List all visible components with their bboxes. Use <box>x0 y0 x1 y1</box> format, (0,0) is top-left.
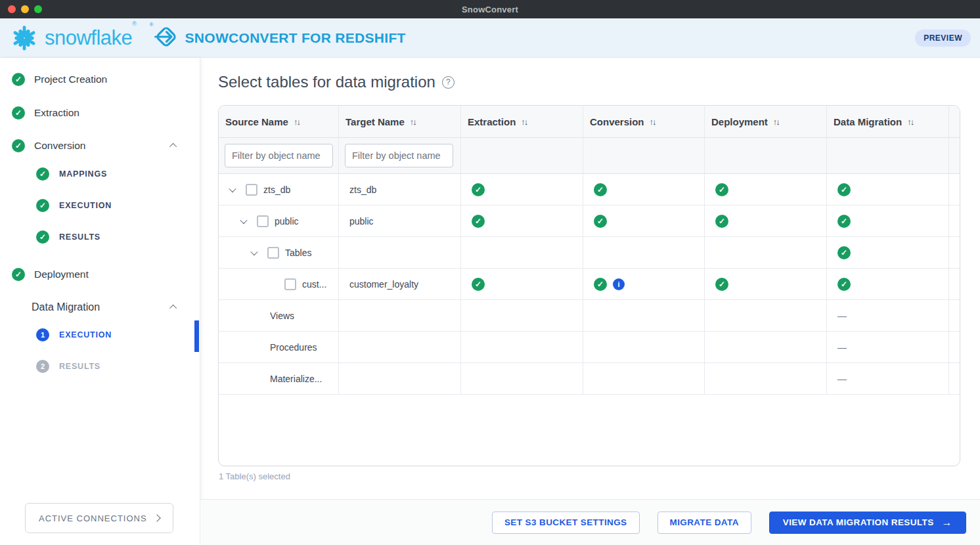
snowflake-brand: snowflake® <box>9 23 137 53</box>
conversion-status: ✓ <box>583 206 705 236</box>
sort-icon[interactable]: ↑↓ <box>294 117 300 127</box>
column-header-source-name[interactable]: Source Name ↑↓ <box>219 106 339 137</box>
extraction-status: ✓ <box>461 269 583 299</box>
sidebar-item-data-migration-results[interactable]: 2 RESULTS <box>36 359 100 374</box>
sort-icon[interactable]: ↑↓ <box>773 117 779 127</box>
sidebar: ✓ Project Creation ✓ Extraction ✓ Conver… <box>0 58 200 545</box>
data-migration-status: — <box>827 332 949 362</box>
active-step-indicator <box>194 320 199 352</box>
conversion-status <box>583 300 705 331</box>
column-header-deployment[interactable]: Deployment ↑↓ <box>705 106 827 137</box>
deployment-status <box>705 332 827 362</box>
row-checkbox[interactable] <box>284 278 296 290</box>
column-header-conversion[interactable]: Conversion ↑↓ <box>583 106 705 137</box>
row-checkbox[interactable] <box>257 215 269 227</box>
column-header-data-migration[interactable]: Data Migration ↑↓ <box>827 106 949 137</box>
success-check-icon: ✓ <box>472 183 485 196</box>
success-check-icon: ✓ <box>837 278 851 291</box>
chevron-up-icon[interactable] <box>169 143 177 150</box>
chevron-right-icon <box>153 514 160 521</box>
success-check-icon: ✓ <box>36 199 49 212</box>
table-row: public public ✓ ✓ ✓ ✓ <box>219 206 960 237</box>
data-migration-status: — <box>827 363 949 394</box>
app-window: SnowConvert snowflake® ® <box>0 0 980 545</box>
success-check-icon: ✓ <box>837 246 851 259</box>
view-data-migration-results-button[interactable]: VIEW DATA MIGRATION RESULTS → <box>769 512 966 534</box>
success-check-icon: ✓ <box>837 183 851 196</box>
success-check-icon: ✓ <box>12 73 25 86</box>
success-check-icon: ✓ <box>594 183 607 196</box>
sidebar-item-extraction[interactable]: ✓ Extraction <box>12 105 79 121</box>
target-name-filter-input[interactable] <box>345 144 453 167</box>
sort-icon[interactable]: ↑↓ <box>410 117 416 127</box>
expand-chevron-icon[interactable] <box>240 216 247 223</box>
conversion-status <box>583 332 705 362</box>
column-header-extraction[interactable]: Extraction ↑↓ <box>461 106 583 137</box>
registered-mark: ® <box>150 22 154 28</box>
success-check-icon: ✓ <box>594 215 607 228</box>
sidebar-item-conversion[interactable]: ✓ Conversion <box>12 138 85 154</box>
sidebar-item-conversion-execution[interactable]: ✓ EXECUTION <box>36 198 112 213</box>
success-check-icon: ✓ <box>594 278 607 291</box>
active-connections-button[interactable]: ACTIVE CONNECTIONS <box>25 503 173 533</box>
sidebar-item-conversion-mappings[interactable]: ✓ MAPPINGS <box>36 167 107 181</box>
snowconvert-logo: ® <box>154 24 179 52</box>
window-title: SnowConvert <box>462 5 518 14</box>
table-row: Procedures — <box>219 332 960 363</box>
tables-selection-card: Source Name ↑↓ Target Name ↑↓ Extraction… <box>218 105 960 466</box>
not-applicable-dash: — <box>837 311 847 321</box>
arrow-right-icon: → <box>942 517 952 529</box>
data-migration-status: ✓ <box>827 206 949 236</box>
sort-icon[interactable]: ↑↓ <box>521 117 527 127</box>
info-icon[interactable]: i <box>613 278 625 290</box>
fullscreen-button[interactable] <box>34 5 42 13</box>
close-button[interactable] <box>8 5 16 13</box>
table-row: cust... customer_loyalty ✓ ✓i ✓ ✓ <box>219 269 960 300</box>
table-filter-row <box>219 138 960 174</box>
success-check-icon: ✓ <box>715 215 728 228</box>
source-name-filter-input[interactable] <box>225 144 333 167</box>
sidebar-item-deployment[interactable]: ✓ Deployment <box>12 267 89 282</box>
chevron-up-icon[interactable] <box>169 305 177 312</box>
deployment-status <box>705 300 827 331</box>
help-icon[interactable]: ? <box>442 76 455 89</box>
row-checkbox[interactable] <box>267 247 279 259</box>
table-header-row: Source Name ↑↓ Target Name ↑↓ Extraction… <box>219 106 960 138</box>
snowconvert-logo-icon <box>154 24 179 49</box>
sidebar-item-data-migration[interactable]: Data Migration <box>32 299 100 315</box>
sort-icon[interactable]: ↑↓ <box>650 117 656 127</box>
expand-chevron-icon[interactable] <box>229 185 236 192</box>
success-check-icon: ✓ <box>36 230 49 244</box>
sidebar-item-project-creation[interactable]: ✓ Project Creation <box>12 72 107 87</box>
sort-icon[interactable]: ↑↓ <box>907 117 913 127</box>
column-header-target-name[interactable]: Target Name ↑↓ <box>339 106 461 137</box>
extraction-status: ✓ <box>461 206 583 236</box>
minimize-button[interactable] <box>21 5 29 13</box>
table-row: Tables ✓ <box>219 237 960 269</box>
success-check-icon: ✓ <box>12 139 25 152</box>
set-s3-bucket-settings-button[interactable]: SET S3 BUCKET SETTINGS <box>492 512 640 534</box>
deployment-status: ✓ <box>705 206 827 236</box>
not-applicable-dash: — <box>837 342 847 353</box>
sidebar-item-conversion-results[interactable]: ✓ RESULTS <box>36 230 100 244</box>
expand-chevron-icon[interactable] <box>250 248 257 255</box>
extraction-status <box>461 332 583 362</box>
deployment-status: ✓ <box>705 269 827 299</box>
table-row: Views — <box>219 300 960 332</box>
deployment-status <box>705 363 827 394</box>
extraction-status <box>461 237 583 268</box>
success-check-icon: ✓ <box>12 106 25 120</box>
sidebar-item-data-migration-execution[interactable]: 1 EXECUTION <box>36 328 112 342</box>
data-migration-status: ✓ <box>827 237 949 268</box>
registered-mark: ® <box>132 20 136 27</box>
success-check-icon: ✓ <box>12 268 25 281</box>
brand-wordmark: snowflake® <box>45 28 137 48</box>
header-gutter <box>949 106 960 137</box>
migrate-data-button[interactable]: MIGRATE DATA <box>657 512 751 534</box>
data-migration-status: ✓ <box>827 174 949 205</box>
step-number-badge: 2 <box>36 360 49 373</box>
row-checkbox[interactable] <box>246 184 257 196</box>
success-check-icon: ✓ <box>837 215 851 228</box>
app-header: snowflake® ® SNOWCONVERT FOR REDSHIFT PR… <box>0 18 980 58</box>
success-check-icon: ✓ <box>715 183 728 196</box>
